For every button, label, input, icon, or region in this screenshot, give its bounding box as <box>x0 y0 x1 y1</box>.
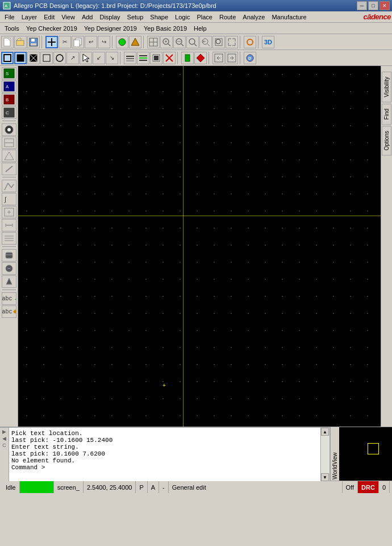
lt-btn-1[interactable]: S <box>2 67 16 80</box>
svg-line-89 <box>11 184 14 188</box>
lt-btn-3[interactable]: B <box>2 93 16 106</box>
tb-copy[interactable] <box>72 36 84 48</box>
lt-btn-abc1[interactable]: abc <box>2 292 16 305</box>
tb-redo[interactable]: ↪ <box>98 36 110 48</box>
menu-display[interactable]: Display <box>96 13 123 22</box>
tb-save[interactable] <box>27 36 40 48</box>
tb-select-cursor[interactable] <box>80 52 92 64</box>
console-scroll[interactable]: ▲ ▼ <box>320 428 330 481</box>
menu-view[interactable]: View <box>58 13 78 22</box>
tb-select-x[interactable] <box>27 52 40 64</box>
svg-point-42 <box>247 39 253 45</box>
lt-btn-7[interactable] <box>2 150 16 162</box>
lt-btn-4[interactable]: C <box>2 106 16 119</box>
scroll-down[interactable]: ▼ <box>321 473 329 481</box>
menu-analyze[interactable]: Analyze <box>239 13 268 22</box>
svg-rect-13 <box>74 40 80 47</box>
lt-btn-6[interactable] <box>2 136 16 149</box>
tb-select-filled[interactable] <box>14 52 27 64</box>
tb-arrow-se[interactable]: ↗ <box>66 52 79 64</box>
tb-sel-3[interactable]: ↘ <box>106 52 118 64</box>
lt-btn-14[interactable] <box>2 249 16 262</box>
tb-zoom-fit[interactable] <box>186 36 199 48</box>
tb-zoom-full[interactable] <box>226 36 238 48</box>
tb-property[interactable] <box>181 52 194 64</box>
tb-layer-sel[interactable] <box>137 52 149 64</box>
tab-visibility[interactable]: Visibility <box>382 72 391 102</box>
menu-logic[interactable]: Logic <box>172 13 193 22</box>
lt-btn-5[interactable] <box>2 123 16 136</box>
tb-delete[interactable] <box>163 52 176 64</box>
lt-btn-abc2[interactable]: abc <box>2 305 16 318</box>
canvas-area[interactable]: + <box>18 66 381 427</box>
console-command-line[interactable]: Command > <box>11 464 318 471</box>
menu-add[interactable]: Add <box>78 13 97 22</box>
menu-place[interactable]: Place <box>193 13 216 22</box>
tb-rats-all[interactable] <box>116 36 128 48</box>
svg-line-107 <box>15 299 16 300</box>
tb-nav-right[interactable] <box>226 52 238 64</box>
lt-btn-15[interactable] <box>2 262 16 275</box>
tb-sep-1 <box>41 36 44 48</box>
menu-yep-basic[interactable]: Yep Basic 2019 <box>140 24 190 33</box>
tb-check[interactable] <box>194 52 207 64</box>
menu-edit[interactable]: Edit <box>40 13 58 22</box>
menu-bar: File Layer Edit View Add Display Setup S… <box>0 11 392 23</box>
console-text[interactable]: Pick text location. last pick: -10.1600 … <box>9 428 320 481</box>
tab-options[interactable]: Options <box>382 126 391 155</box>
console-line-4: last pick: 10.1600 7.6200 <box>11 450 318 457</box>
console-line-5: No element found. <box>11 457 318 464</box>
lt-btn-9[interactable] <box>2 180 16 192</box>
menu-tools[interactable]: Tools <box>1 24 23 33</box>
tb-layer-all[interactable] <box>150 52 162 64</box>
tb-zoom-world[interactable] <box>147 36 160 48</box>
tb-zoom-prev[interactable] <box>199 36 212 48</box>
menu-manufacture[interactable]: Manufacture <box>268 13 310 22</box>
tb-3d[interactable]: 3D <box>262 36 274 48</box>
menu-shape[interactable]: Shape <box>147 13 172 22</box>
tb-zoom-window[interactable] <box>212 36 225 48</box>
tb-select-outline[interactable] <box>40 52 53 64</box>
scroll-up[interactable]: ▲ <box>321 428 329 436</box>
worldview-panel: WorldView <box>330 427 392 481</box>
tb-drc-icon[interactable]: D <box>244 52 256 64</box>
tb-select-circle[interactable] <box>53 52 66 64</box>
tb-cross[interactable] <box>45 36 58 48</box>
menu-file[interactable]: File <box>1 13 18 22</box>
menu-setup[interactable]: Setup <box>124 13 147 22</box>
console-area: ▶ ◀ C Pick text location. last pick: -10… <box>0 427 330 481</box>
tb-zoom-in[interactable] <box>160 36 173 48</box>
tab-find[interactable]: Find <box>382 104 391 125</box>
tb-sel-2[interactable]: ↙ <box>93 52 105 64</box>
minimize-button[interactable]: ─ <box>357 1 367 10</box>
close-button[interactable]: ✕ <box>380 1 390 10</box>
scroll-track[interactable] <box>321 436 330 473</box>
tb-refresh[interactable] <box>244 36 256 48</box>
maximize-button[interactable]: □ <box>368 1 378 10</box>
tb-layer-disp[interactable] <box>124 52 136 64</box>
lt-btn-16[interactable] <box>2 275 16 288</box>
menu-route[interactable]: Route <box>216 13 239 22</box>
lt-btn-10[interactable]: ∫ <box>2 193 16 205</box>
tb-cut[interactable]: ✂ <box>59 36 71 48</box>
status-a: A <box>148 481 159 493</box>
tb-undo[interactable]: ↩ <box>85 36 97 48</box>
tb-rats-pin[interactable] <box>129 36 141 48</box>
tb-nav-left[interactable] <box>212 52 225 64</box>
lt-btn-13[interactable] <box>2 232 16 245</box>
svg-rect-51 <box>126 56 134 57</box>
tb-zoom-out[interactable] <box>173 36 186 48</box>
tb-select-rect[interactable] <box>1 52 14 64</box>
lt-btn-12[interactable] <box>2 219 16 231</box>
menu-help[interactable]: Help <box>190 24 210 33</box>
menu-yep-checker[interactable]: Yep Checker 2019 <box>23 24 81 33</box>
svg-line-29 <box>207 44 210 46</box>
lt-btn-11[interactable] <box>2 206 16 218</box>
tb-open[interactable] <box>14 36 27 48</box>
menu-layer[interactable]: Layer <box>18 13 41 22</box>
tb-new[interactable] <box>1 36 14 48</box>
svg-point-49 <box>56 55 63 61</box>
menu-yep-designer[interactable]: Yep Designer 2019 <box>81 24 140 33</box>
lt-btn-8[interactable] <box>2 163 16 175</box>
lt-btn-2[interactable]: A <box>2 80 16 93</box>
